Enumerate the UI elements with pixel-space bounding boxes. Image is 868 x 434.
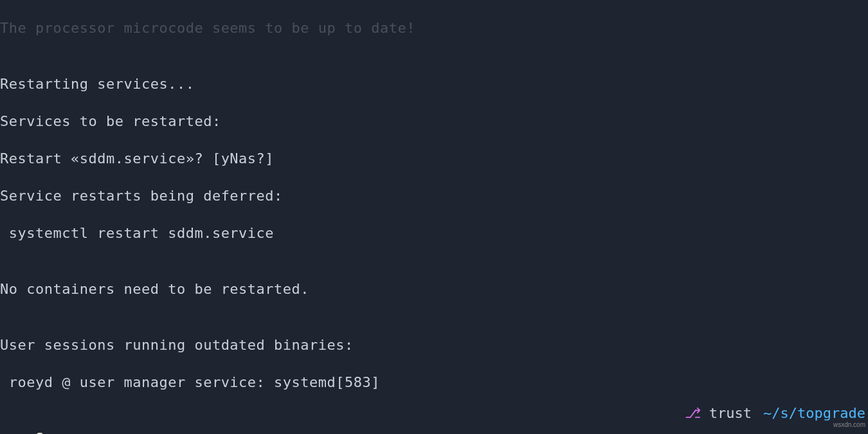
summary-title: Summary [26,430,106,434]
watermark: wsxdn.com [833,415,865,434]
output-line: Service restarts being deferred: [0,186,868,205]
branch-name: trust [709,405,752,421]
output-line: Restarting services... [0,75,868,93]
output-line: systemctl restart sddm.service [0,224,868,242]
git-branch: ⎇ trust [685,404,752,422]
branch-icon: ⎇ [685,405,701,421]
output-line: roeyd @ user manager service: systemd[58… [0,373,868,392]
output-line: No containers need to be restarted. [0,280,868,298]
output-line: The processor microcode seems to be up t… [0,19,868,37]
output-line: Services to be restarted: [0,112,868,131]
output-line: Restart «sddm.service»? [yNas?] [0,149,868,168]
summary-header: ── Summary ─────────────────────────────… [0,429,868,434]
output-line: User sessions running outdated binaries: [0,336,868,354]
terminal-output[interactable]: The processor microcode seems to be up t… [0,0,868,434]
